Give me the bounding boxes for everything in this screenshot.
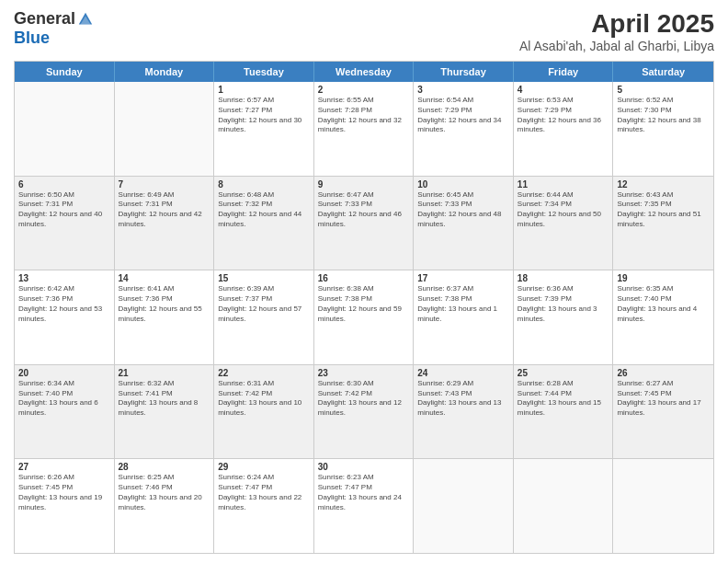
day-info: Sunrise: 6:32 AM Sunset: 7:41 PM Dayligh… <box>119 379 210 419</box>
day-info: Sunrise: 6:24 AM Sunset: 7:47 PM Dayligh… <box>218 473 310 512</box>
day-info: Sunrise: 6:30 AM Sunset: 7:42 PM Dayligh… <box>318 379 410 419</box>
day-cell-6: 6Sunrise: 6:50 AM Sunset: 7:31 PM Daylig… <box>15 177 115 270</box>
day-number: 12 <box>617 179 710 190</box>
day-number: 27 <box>18 462 110 472</box>
day-number: 16 <box>318 273 410 283</box>
day-info: Sunrise: 6:37 AM Sunset: 7:38 PM Dayligh… <box>417 284 509 324</box>
logo-blue: Blue <box>14 29 50 48</box>
day-cell-26: 26Sunrise: 6:27 AM Sunset: 7:45 PM Dayli… <box>613 365 713 459</box>
day-cell-10: 10Sunrise: 6:45 AM Sunset: 7:33 PM Dayli… <box>414 177 514 270</box>
day-info: Sunrise: 6:49 AM Sunset: 7:31 PM Dayligh… <box>119 190 210 230</box>
header: General Blue April 2025 Al Asabi'ah, Jab… <box>14 9 714 53</box>
day-number: 2 <box>318 85 410 95</box>
header-day-wednesday: Wednesday <box>314 62 415 82</box>
day-number: 7 <box>119 179 210 190</box>
header-day-tuesday: Tuesday <box>214 62 314 82</box>
day-number: 28 <box>119 462 210 472</box>
logo-icon <box>77 11 94 28</box>
day-cell-27: 27Sunrise: 6:26 AM Sunset: 7:45 PM Dayli… <box>15 459 115 553</box>
day-cell-1: 1Sunrise: 6:57 AM Sunset: 7:27 PM Daylig… <box>214 82 314 176</box>
day-number: 20 <box>18 368 110 378</box>
day-info: Sunrise: 6:35 AM Sunset: 7:40 PM Dayligh… <box>617 284 710 324</box>
day-number: 6 <box>18 179 110 190</box>
day-number: 24 <box>417 368 509 378</box>
day-info: Sunrise: 6:26 AM Sunset: 7:45 PM Dayligh… <box>18 473 110 512</box>
calendar: SundayMondayTuesdayWednesdayThursdayFrid… <box>14 61 714 554</box>
day-number: 13 <box>18 273 110 283</box>
day-number: 4 <box>518 85 609 95</box>
day-info: Sunrise: 6:52 AM Sunset: 7:30 PM Dayligh… <box>617 96 710 135</box>
day-cell-29: 29Sunrise: 6:24 AM Sunset: 7:47 PM Dayli… <box>214 459 314 553</box>
day-info: Sunrise: 6:41 AM Sunset: 7:36 PM Dayligh… <box>119 284 210 324</box>
day-cell-30: 30Sunrise: 6:23 AM Sunset: 7:47 PM Dayli… <box>314 459 415 553</box>
day-number: 26 <box>617 368 710 378</box>
day-cell-20: 20Sunrise: 6:34 AM Sunset: 7:40 PM Dayli… <box>15 365 115 459</box>
day-number: 17 <box>417 273 509 283</box>
day-info: Sunrise: 6:44 AM Sunset: 7:34 PM Dayligh… <box>518 190 609 230</box>
page: General Blue April 2025 Al Asabi'ah, Jab… <box>0 0 728 563</box>
day-info: Sunrise: 6:27 AM Sunset: 7:45 PM Dayligh… <box>617 379 710 419</box>
week-row-5: 27Sunrise: 6:26 AM Sunset: 7:45 PM Dayli… <box>15 459 713 553</box>
day-cell-9: 9Sunrise: 6:47 AM Sunset: 7:33 PM Daylig… <box>314 177 415 270</box>
day-info: Sunrise: 6:45 AM Sunset: 7:33 PM Dayligh… <box>417 190 509 230</box>
day-info: Sunrise: 6:36 AM Sunset: 7:39 PM Dayligh… <box>518 284 609 324</box>
day-number: 15 <box>218 273 310 283</box>
day-cell-18: 18Sunrise: 6:36 AM Sunset: 7:39 PM Dayli… <box>514 270 614 364</box>
empty-cell <box>613 459 713 553</box>
day-cell-12: 12Sunrise: 6:43 AM Sunset: 7:35 PM Dayli… <box>613 177 713 270</box>
day-number: 19 <box>617 273 710 283</box>
day-cell-23: 23Sunrise: 6:30 AM Sunset: 7:42 PM Dayli… <box>314 365 415 459</box>
day-cell-22: 22Sunrise: 6:31 AM Sunset: 7:42 PM Dayli… <box>214 365 314 459</box>
week-row-3: 13Sunrise: 6:42 AM Sunset: 7:36 PM Dayli… <box>15 270 713 365</box>
logo-general: General <box>14 9 75 29</box>
day-info: Sunrise: 6:39 AM Sunset: 7:37 PM Dayligh… <box>218 284 310 324</box>
day-cell-17: 17Sunrise: 6:37 AM Sunset: 7:38 PM Dayli… <box>414 270 514 364</box>
day-cell-14: 14Sunrise: 6:41 AM Sunset: 7:36 PM Dayli… <box>115 270 215 364</box>
day-cell-4: 4Sunrise: 6:53 AM Sunset: 7:29 PM Daylig… <box>514 82 614 176</box>
day-cell-19: 19Sunrise: 6:35 AM Sunset: 7:40 PM Dayli… <box>613 270 713 364</box>
day-info: Sunrise: 6:55 AM Sunset: 7:28 PM Dayligh… <box>318 96 410 135</box>
day-number: 22 <box>218 368 310 378</box>
day-number: 23 <box>318 368 410 378</box>
day-info: Sunrise: 6:50 AM Sunset: 7:31 PM Dayligh… <box>18 190 110 230</box>
day-number: 3 <box>417 85 509 95</box>
day-info: Sunrise: 6:43 AM Sunset: 7:35 PM Dayligh… <box>617 190 710 230</box>
logo: General Blue <box>14 9 94 48</box>
day-info: Sunrise: 6:53 AM Sunset: 7:29 PM Dayligh… <box>518 96 609 135</box>
day-cell-11: 11Sunrise: 6:44 AM Sunset: 7:34 PM Dayli… <box>514 177 614 270</box>
day-cell-13: 13Sunrise: 6:42 AM Sunset: 7:36 PM Dayli… <box>15 270 115 364</box>
day-number: 30 <box>318 462 410 472</box>
day-info: Sunrise: 6:48 AM Sunset: 7:32 PM Dayligh… <box>218 190 310 230</box>
header-day-saturday: Saturday <box>613 62 713 82</box>
day-number: 11 <box>518 179 609 190</box>
day-cell-3: 3Sunrise: 6:54 AM Sunset: 7:29 PM Daylig… <box>414 82 514 176</box>
day-info: Sunrise: 6:23 AM Sunset: 7:47 PM Dayligh… <box>318 473 410 512</box>
day-info: Sunrise: 6:54 AM Sunset: 7:29 PM Dayligh… <box>417 96 509 135</box>
header-day-sunday: Sunday <box>15 62 115 82</box>
day-cell-21: 21Sunrise: 6:32 AM Sunset: 7:41 PM Dayli… <box>115 365 215 459</box>
day-info: Sunrise: 6:57 AM Sunset: 7:27 PM Dayligh… <box>218 96 310 135</box>
day-number: 21 <box>119 368 210 378</box>
empty-cell <box>514 459 614 553</box>
day-info: Sunrise: 6:47 AM Sunset: 7:33 PM Dayligh… <box>318 190 410 230</box>
header-day-friday: Friday <box>514 62 614 82</box>
day-number: 8 <box>218 179 310 190</box>
day-number: 14 <box>119 273 210 283</box>
day-cell-24: 24Sunrise: 6:29 AM Sunset: 7:43 PM Dayli… <box>414 365 514 459</box>
week-row-1: 1Sunrise: 6:57 AM Sunset: 7:27 PM Daylig… <box>15 82 713 177</box>
day-number: 18 <box>518 273 609 283</box>
day-cell-5: 5Sunrise: 6:52 AM Sunset: 7:30 PM Daylig… <box>613 82 713 176</box>
header-day-thursday: Thursday <box>414 62 514 82</box>
day-cell-15: 15Sunrise: 6:39 AM Sunset: 7:37 PM Dayli… <box>214 270 314 364</box>
subtitle: Al Asabi'ah, Jabal al Gharbi, Libya <box>519 39 714 53</box>
calendar-body: 1Sunrise: 6:57 AM Sunset: 7:27 PM Daylig… <box>15 82 713 553</box>
day-info: Sunrise: 6:31 AM Sunset: 7:42 PM Dayligh… <box>218 379 310 419</box>
title-block: April 2025 Al Asabi'ah, Jabal al Gharbi,… <box>519 9 714 53</box>
header-day-monday: Monday <box>115 62 215 82</box>
day-number: 10 <box>417 179 509 190</box>
day-cell-28: 28Sunrise: 6:25 AM Sunset: 7:46 PM Dayli… <box>115 459 215 553</box>
day-number: 9 <box>318 179 410 190</box>
day-info: Sunrise: 6:25 AM Sunset: 7:46 PM Dayligh… <box>119 473 210 512</box>
day-info: Sunrise: 6:42 AM Sunset: 7:36 PM Dayligh… <box>18 284 110 324</box>
day-number: 25 <box>518 368 609 378</box>
